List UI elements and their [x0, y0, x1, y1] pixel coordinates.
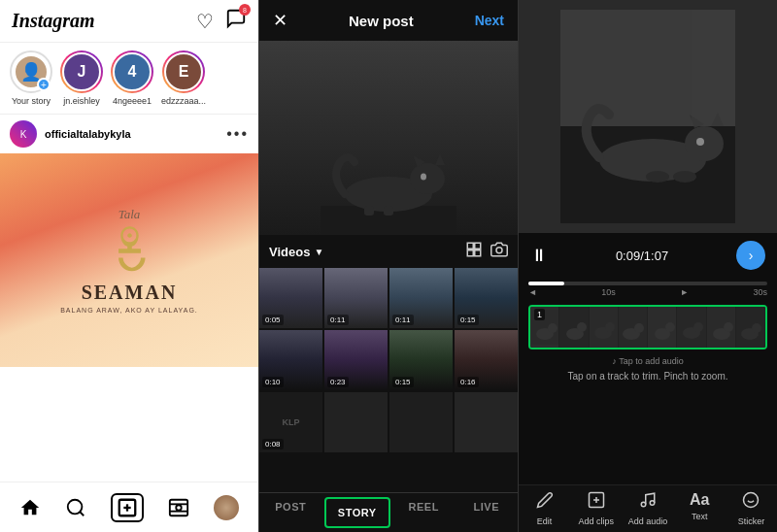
search-nav-icon[interactable] — [65, 497, 86, 518]
text-icon: Aa — [690, 491, 709, 509]
profile-nav-icon[interactable] — [214, 495, 239, 520]
gallery-icons — [465, 241, 508, 262]
gallery-header: Videos ▼ — [259, 235, 518, 268]
edit-action-button[interactable]: Edit — [519, 491, 570, 526]
notification-badge: 8 — [239, 4, 251, 16]
gallery-cell-1[interactable]: 0:05 — [259, 268, 322, 328]
svg-line-1 — [80, 512, 84, 515]
post-more-button[interactable]: ••• — [226, 125, 249, 143]
scrubber-right-label: ► — [680, 287, 689, 297]
svg-rect-30 — [692, 10, 735, 126]
gallery-cell-5[interactable]: 0:10 — [259, 330, 322, 390]
close-button[interactable]: ✕ — [273, 10, 287, 31]
svg-point-9 — [410, 163, 445, 194]
svg-point-45 — [665, 322, 675, 332]
newpost-header: ✕ New post Next — [259, 0, 518, 41]
scrubber-bar[interactable] — [528, 282, 767, 285]
svg-point-59 — [650, 501, 655, 506]
tab-live[interactable]: LIVE — [456, 493, 519, 532]
story-label-1: jn.eishley — [63, 96, 100, 106]
add-audio-action-button[interactable]: Add audio — [622, 491, 673, 526]
post-header: K officialtalabykyla ••• — [0, 115, 258, 153]
add-post-nav-icon[interactable] — [111, 493, 144, 522]
gallery-label[interactable]: Videos ▼ — [269, 245, 323, 259]
story-item-2[interactable]: 4 4ngeeee1 — [111, 50, 153, 106]
gallery-cell-4[interactable]: 0:15 — [455, 268, 518, 328]
gallery-cell-7[interactable]: 0:15 — [389, 330, 453, 390]
editor-scrubber[interactable]: ◄ 10s ► 30s — [519, 278, 777, 301]
newpost-preview-area — [259, 41, 518, 235]
multi-select-icon[interactable] — [465, 241, 483, 262]
add-audio-label: Add audio — [628, 516, 668, 526]
gallery-cell-3[interactable]: 0:11 — [389, 268, 453, 328]
messenger-icon[interactable]: 8 — [225, 8, 247, 34]
timeline-clip-number: 1 — [534, 309, 545, 320]
svg-point-58 — [641, 502, 646, 507]
tab-reel[interactable]: REEL — [392, 493, 456, 532]
feed-panel: Instagram ♡ 8 👤 + Your story — [0, 0, 259, 532]
story-item-1[interactable]: J jn.eishley — [60, 50, 103, 106]
svg-point-60 — [744, 493, 759, 508]
editor-video-bg — [519, 0, 777, 233]
story-item-3[interactable]: E edzzzaaa... — [161, 50, 206, 106]
svg-marker-11 — [435, 153, 445, 165]
cat-preview-image — [321, 109, 456, 235]
chevron-right-icon: › — [749, 248, 754, 263]
add-clips-icon — [588, 491, 605, 514]
sticker-label: Sticker — [738, 516, 765, 526]
gallery-cell-9[interactable]: KLP 0:08 — [259, 392, 322, 452]
cell-timestamp-9: 0:08 — [262, 439, 284, 449]
scrubber-left-label: ◄ — [528, 287, 537, 297]
camera-icon[interactable] — [490, 241, 508, 262]
svg-point-29 — [696, 138, 704, 146]
instagram-logo: Instagram — [12, 10, 95, 32]
next-button-blue[interactable]: › — [736, 241, 765, 270]
gallery-cell-10[interactable] — [324, 392, 388, 452]
text-action-button[interactable]: Aa Text — [674, 491, 726, 526]
cell-timestamp-5: 0:10 — [262, 377, 284, 387]
post-author-name[interactable]: officialtalabykyla — [45, 128, 131, 140]
svg-rect-15 — [467, 243, 473, 249]
svg-point-48 — [693, 322, 703, 332]
tab-post[interactable]: POST — [259, 493, 322, 532]
time-display: 0:09/1:07 — [616, 249, 668, 263]
svg-rect-18 — [475, 250, 481, 256]
svg-rect-13 — [384, 206, 393, 216]
pause-button[interactable]: ⏸ — [530, 246, 548, 266]
timeline-frame-8 — [736, 307, 765, 348]
seaman-subtitle: BALANG ARAW, AKO AY LALAYAG. — [60, 307, 198, 314]
edit-icon — [536, 491, 554, 514]
cell-timestamp-7: 0:15 — [392, 377, 414, 387]
tab-story[interactable]: STORY — [324, 497, 391, 528]
cat-preview-bg — [259, 41, 518, 235]
editor-actions: Edit Add clips Add audio Aa Text Sticker — [519, 484, 777, 532]
home-nav-icon[interactable] — [19, 497, 41, 518]
add-clips-action-button[interactable]: Add clips — [570, 491, 622, 526]
cell-timestamp-8: 0:16 — [457, 377, 479, 387]
svg-point-51 — [724, 322, 733, 332]
svg-point-36 — [577, 322, 587, 332]
timeline-strip[interactable]: 1 — [528, 305, 767, 349]
your-story-item[interactable]: 👤 + Your story — [10, 50, 52, 106]
gallery-cell-6[interactable]: 0:23 — [324, 330, 388, 390]
newpost-title: New post — [349, 13, 414, 29]
gallery-cell-11[interactable] — [389, 392, 453, 452]
newpost-bottom-tabs: POST STORY REEL LIVE — [259, 492, 518, 532]
svg-point-42 — [634, 323, 644, 333]
next-button[interactable]: Next — [475, 13, 504, 28]
gallery-cell-12[interactable] — [455, 392, 518, 452]
gallery-cell-8[interactable]: 0:16 — [455, 330, 518, 390]
editor-video-preview — [519, 0, 777, 233]
scrubber-labels: ◄ 10s ► 30s — [528, 287, 767, 297]
heart-icon[interactable]: ♡ — [196, 10, 214, 33]
sticker-action-button[interactable]: Sticker — [726, 491, 777, 526]
svg-point-33 — [548, 323, 557, 333]
gallery-cell-2[interactable]: 0:11 — [324, 268, 388, 328]
add-story-plus: + — [37, 78, 51, 91]
svg-point-14 — [421, 174, 426, 181]
reels-nav-icon[interactable] — [168, 497, 189, 518]
add-clips-label: Add clips — [579, 516, 615, 526]
your-story-label: Your story — [12, 96, 51, 106]
timeline-frame-2 — [559, 307, 589, 348]
edit-label: Edit — [537, 516, 553, 526]
